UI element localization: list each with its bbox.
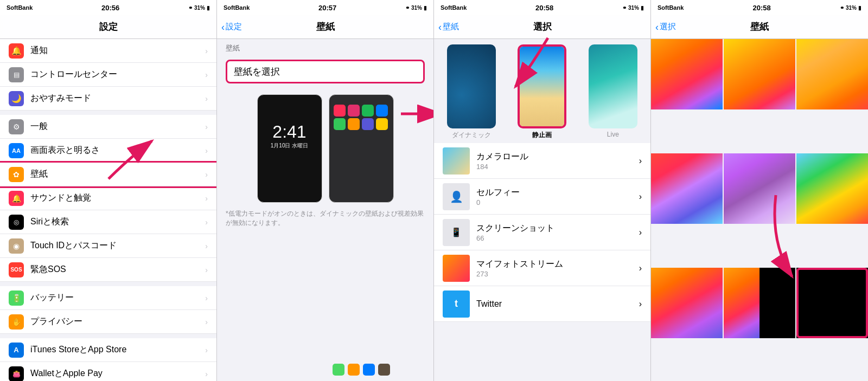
- indicators-2: ⚭ 31% ▮: [405, 5, 427, 11]
- chevron-right-icon: ›: [205, 218, 208, 227]
- chevron-right-icon: ›: [205, 318, 208, 326]
- battery-level-1: 31%: [194, 5, 205, 11]
- battery-icon-3: ▮: [641, 5, 644, 11]
- privacy-label: プライバシー: [30, 316, 199, 327]
- list-item-sounds[interactable]: 🔔 サウンドと触覚 ›: [0, 186, 216, 210]
- status-bar-4: SoftBank 20:58 ⚭ 31% ▮: [651, 0, 868, 15]
- time-2: 20:57: [318, 4, 336, 12]
- siri-icon: ◎: [9, 215, 24, 230]
- battery-label: バッテリー: [30, 292, 199, 303]
- wallpaper-cell-7[interactable]: [651, 268, 723, 338]
- wallpaper-cell-9[interactable]: [796, 268, 868, 338]
- list-item-privacy[interactable]: ✋ プライバシー ›: [0, 310, 216, 334]
- dnd-label: おやすみモード: [30, 93, 199, 104]
- chevron-right-icon: ›: [639, 263, 642, 273]
- home-screen-preview: [329, 94, 394, 203]
- album-selfie[interactable]: 👤 セルフィー 0 ›: [434, 179, 650, 215]
- list-item-general[interactable]: ⚙ 一般 ›: [0, 115, 216, 139]
- lock-date-display: 1月10日 水曜日: [271, 142, 308, 150]
- screenshots-count: 66: [476, 234, 633, 242]
- list-item-control-center[interactable]: ▤ コントロールセンター ›: [0, 63, 216, 87]
- list-item-itunes[interactable]: A iTunes StoreとApp Store ›: [0, 338, 216, 362]
- wallpaper-color-grid: [651, 39, 868, 381]
- selfie-thumb: 👤: [443, 183, 470, 210]
- back-chevron-3: ‹: [438, 22, 442, 32]
- wallpaper-cell-2[interactable]: [724, 39, 795, 109]
- twitter-name: Twitter: [476, 299, 633, 309]
- nav-back-4[interactable]: ‹ 選択: [655, 22, 676, 32]
- carrier-2: SoftBank: [224, 4, 250, 11]
- list-item-display[interactable]: AA 画面表示と明るさ ›: [0, 139, 216, 163]
- indicators-1: ⚭ 31% ▮: [188, 5, 210, 11]
- itunes-icon: A: [9, 343, 24, 358]
- bluetooth-icon-4: ⚭: [840, 5, 844, 11]
- album-info-photostream: マイフォトストリーム 273: [476, 259, 633, 278]
- still-tab-label: 静止画: [532, 131, 552, 140]
- album-info-screenshots: スクリーンショット 66: [476, 223, 633, 242]
- app-icon: [362, 105, 374, 117]
- back-label-2: 設定: [226, 22, 242, 32]
- list-item-wallet[interactable]: 👛 WalletとApple Pay ›: [0, 362, 216, 381]
- screenshots-name: スクリーンショット: [476, 223, 633, 234]
- list-item-sos[interactable]: SOS 緊急SOS ›: [0, 258, 216, 282]
- back-chevron-4: ‹: [655, 22, 659, 32]
- sos-icon: SOS: [9, 262, 24, 277]
- photostream-name: マイフォトストリーム: [476, 259, 633, 270]
- chevron-right-icon: ›: [205, 346, 208, 354]
- display-icon: AA: [9, 143, 24, 158]
- album-twitter[interactable]: t Twitter ›: [434, 286, 650, 322]
- list-item-battery[interactable]: 🔋 バッテリー ›: [0, 286, 216, 310]
- wallpaper-select-box[interactable]: 壁紙を選択: [226, 60, 425, 83]
- chevron-right-icon: ›: [205, 94, 208, 103]
- settings-list: 🔔 通知 › ▤ コントロールセンター › 🌙 おやすみモード › ⚙ 一般 ›…: [0, 39, 216, 381]
- app-icon: [348, 118, 360, 130]
- status-bar-2: SoftBank 20:57 ⚭ 31% ▮: [217, 0, 433, 15]
- nav-bar-2: ‹ 設定 壁紙: [217, 15, 433, 39]
- chevron-right-icon: ›: [205, 242, 208, 250]
- list-item-siri[interactable]: ◎ Siriと検索 ›: [0, 210, 216, 234]
- bluetooth-icon-3: ⚭: [622, 5, 627, 11]
- nav-back-3[interactable]: ‹ 壁紙: [438, 22, 459, 32]
- list-item-touchid[interactable]: ◉ Touch IDとパスコード ›: [0, 234, 216, 258]
- battery-icon-1: ▮: [207, 5, 210, 11]
- touchid-label: Touch IDとパスコード: [30, 240, 199, 251]
- wallpaper-cell-8[interactable]: [724, 268, 795, 338]
- chevron-right-icon: ›: [205, 47, 208, 55]
- back-label-4: 選択: [660, 22, 676, 32]
- wallet-icon: 👛: [9, 366, 24, 382]
- chevron-right-icon: ›: [639, 228, 642, 237]
- time-4: 20:58: [753, 4, 771, 12]
- status-bar-3: SoftBank 20:58 ⚭ 31% ▮: [434, 0, 650, 15]
- album-camera-roll[interactable]: カメラロール 184 ›: [434, 143, 650, 179]
- sounds-label: サウンドと触覚: [30, 192, 199, 204]
- nav-bar-3: ‹ 壁紙 選択: [434, 15, 650, 39]
- selfie-name: セルフィー: [476, 187, 633, 198]
- album-screenshots[interactable]: 📱 スクリーンショット 66 ›: [434, 215, 650, 250]
- wallpaper-previews: 2:41 1月10日 水曜日: [217, 88, 433, 209]
- wallpaper-cell-6[interactable]: [796, 153, 868, 224]
- album-info-camera-roll: カメラロール 184: [476, 151, 633, 171]
- privacy-icon: ✋: [9, 314, 24, 330]
- chevron-right-icon: ›: [205, 146, 208, 155]
- live-thumb[interactable]: [589, 44, 637, 128]
- status-bar-1: SoftBank 20:56 ⚭ 31% ▮: [0, 0, 216, 15]
- list-item-dnd[interactable]: 🌙 おやすみモード ›: [0, 87, 216, 111]
- nav-back-2[interactable]: ‹ 設定: [221, 22, 242, 32]
- list-item-wallpaper[interactable]: ✿ 壁紙 ›: [0, 163, 216, 186]
- album-photostream[interactable]: マイフォトストリーム 273 ›: [434, 250, 650, 286]
- dynamic-thumb[interactable]: [447, 44, 496, 128]
- panel-wallpaper: SoftBank 20:57 ⚭ 31% ▮ ‹ 設定 壁紙 壁紙 壁紙を選択 …: [217, 0, 434, 381]
- wallpaper-icon: ✿: [9, 167, 24, 182]
- app-icon: [334, 105, 346, 117]
- wallpaper-cell-3[interactable]: [796, 39, 868, 109]
- battery-icon-2: ▮: [424, 5, 427, 11]
- camera-roll-thumb: [443, 147, 470, 175]
- wallpaper-cell-5[interactable]: [724, 153, 795, 224]
- wallpaper-cell-1[interactable]: [651, 39, 723, 109]
- list-item-notification[interactable]: 🔔 通知 ›: [0, 39, 216, 63]
- still-thumb[interactable]: [518, 44, 566, 128]
- wallpaper-cell-4[interactable]: [651, 153, 723, 224]
- indicators-3: ⚭ 31% ▮: [622, 5, 644, 11]
- dnd-icon: 🌙: [9, 91, 24, 106]
- wallpaper-select-label: 壁紙を選択: [234, 66, 280, 78]
